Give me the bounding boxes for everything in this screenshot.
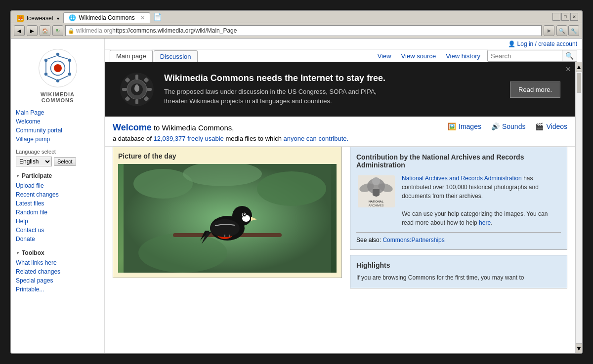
zoom-out-btn[interactable]: 🔍 (556, 25, 567, 36)
forward-button[interactable]: ▶ (27, 25, 38, 36)
file-count-link[interactable]: 12,039,377 (153, 135, 185, 142)
read-more-button[interactable]: Read more. (510, 81, 560, 98)
browser-frame: 🦊 Iceweasel ▾ 🌐 Wikimedia Commons ✕ 📄 _ … (10, 10, 583, 354)
wikimedia-logo (38, 48, 78, 88)
sidebar-what-links-here[interactable]: What links here (16, 258, 99, 267)
sidebar-village-pump[interactable]: Village pump (16, 135, 99, 144)
scroll-up-button[interactable]: ▲ (576, 62, 582, 72)
sidebar-help[interactable]: Help (16, 217, 99, 226)
toolbox-triangle: ▼ (16, 251, 20, 255)
nara-logo: NATIONAL ARCHIVES (356, 174, 396, 208)
view-source-action[interactable]: View source (398, 50, 439, 62)
active-tab[interactable]: 🌐 Wikimedia Commons ✕ (63, 12, 150, 23)
new-tab-icon[interactable]: 📄 (153, 13, 162, 21)
column-left: Picture of the day (113, 147, 350, 288)
back-button[interactable]: ◀ (14, 25, 25, 36)
close-btn[interactable]: ✕ (570, 13, 578, 21)
addon-btn[interactable]: 🔧 (568, 25, 579, 36)
minimize-btn[interactable]: _ (552, 13, 560, 21)
welcome-link[interactable]: Welcome (113, 122, 152, 132)
svg-point-42 (372, 177, 380, 185)
svg-point-2 (68, 59, 71, 62)
banner-title: Wikimedia Commons needs the Internet to … (164, 73, 385, 83)
nav-bar: ◀ ▶ 🏠 ↻ 🔒 wikimedia.org https://commons.… (11, 23, 582, 39)
images-link[interactable]: 🖼️ Images (448, 122, 481, 130)
wiki-body: Wikimedia Commons needs the Internet to … (105, 62, 575, 353)
search-input[interactable] (488, 51, 562, 61)
tab-site-icon: 🌐 (69, 14, 76, 21)
sidebar-main-page[interactable]: Main Page (16, 108, 99, 117)
sidebar: WIKIMEDIA COMMONS Main Page Welcome Comm… (11, 39, 105, 353)
svg-rect-12 (135, 75, 138, 80)
welcome-area: Welcome to Wikimedia Commons, a database… (105, 117, 575, 147)
svg-point-1 (56, 53, 59, 56)
here-link[interactable]: here (479, 219, 491, 226)
svg-point-7 (54, 64, 62, 72)
svg-point-21 (135, 84, 138, 87)
videos-link[interactable]: 🎬 Videos (535, 122, 567, 130)
view-history-action[interactable]: View history (443, 50, 483, 62)
sidebar-random-file[interactable]: Random file (16, 208, 99, 217)
banner-text: Wikimedia Commons needs the Internet to … (164, 73, 385, 105)
sidebar-latest-files[interactable]: Latest files (16, 199, 99, 208)
contribute-link[interactable]: anyone can contribute. (284, 135, 349, 142)
language-select-area: English Deutsch Français Select (16, 157, 99, 166)
language-select-button[interactable]: Select (54, 157, 76, 166)
sidebar-special-pages[interactable]: Special pages (16, 276, 99, 285)
sidebar-donate[interactable]: Donate (16, 235, 99, 243)
banner-icon (120, 72, 154, 107)
go-button[interactable]: ▶ (544, 25, 554, 36)
view-action[interactable]: View (375, 50, 394, 62)
welcome-text: Welcome to Wikimedia Commons, a database… (113, 122, 348, 142)
svg-point-34 (244, 214, 246, 215)
partnerships-link[interactable]: Commons:Partnerships (382, 237, 444, 243)
highlights-title: Highlights (356, 261, 561, 269)
sidebar-printable[interactable]: Printable... (16, 285, 99, 294)
freely-usable-link[interactable]: freely usable (187, 135, 224, 142)
reload-button[interactable]: ↻ (52, 25, 63, 36)
banner-close-button[interactable]: ✕ (565, 65, 571, 73)
sidebar-related-changes[interactable]: Related changes (16, 267, 99, 276)
sidebar-community-portal[interactable]: Community portal (16, 126, 99, 135)
sopa-banner: Wikimedia Commons needs the Internet to … (105, 62, 575, 117)
scroll-down-button[interactable]: ▼ (576, 343, 582, 353)
tab-main-page[interactable]: Main page (110, 50, 153, 62)
sounds-link[interactable]: 🔊 Sounds (491, 122, 525, 130)
videos-icon: 🎬 (535, 122, 544, 130)
nara-link[interactable]: National Archives and Records Administra… (402, 175, 522, 182)
tab-discussion[interactable]: Discussion (154, 50, 198, 62)
media-links: 🖼️ Images 🔊 Sounds 🎬 Videos (448, 122, 567, 130)
picture-of-the-day-box: Picture of the day (113, 147, 342, 278)
potd-title: Picture of the day (118, 152, 337, 160)
language-dropdown[interactable]: English Deutsch Français (16, 157, 52, 166)
participate-header: ▼ Participate (16, 172, 99, 179)
page-actions: View View source View history 🔍 (375, 50, 577, 62)
browser-content: WIKIMEDIA COMMONS Main Page Welcome Comm… (11, 39, 582, 353)
sidebar-upload-file[interactable]: Upload file (16, 181, 99, 190)
contribution-text: National Archives and Records Administra… (402, 174, 561, 227)
address-domain: wikimedia.org (76, 27, 112, 34)
sidebar-recent-changes[interactable]: Recent changes (16, 190, 99, 199)
sidebar-contact-us[interactable]: Contact us (16, 226, 99, 235)
svg-point-26 (138, 233, 227, 273)
maximize-btn[interactable]: □ (561, 13, 569, 21)
two-column-area: Picture of the day (105, 147, 575, 296)
language-select-label: Language select (16, 149, 99, 155)
nara-logo-svg: NATIONAL ARCHIVES (358, 175, 395, 207)
sidebar-welcome[interactable]: Welcome (16, 117, 99, 126)
contribution-title: Contribution by the National Archives an… (356, 153, 561, 169)
tab-bar: 🦊 Iceweasel ▾ 🌐 Wikimedia Commons ✕ 📄 _ … (11, 11, 582, 23)
svg-point-6 (44, 59, 47, 62)
login-link[interactable]: Log in / create account (517, 40, 577, 47)
home-button[interactable]: 🏠 (40, 25, 50, 36)
svg-rect-13 (135, 99, 138, 104)
toolbox-header: ▼ Toolbox (16, 249, 99, 256)
address-url[interactable]: https://commons.wikimedia.org/wiki/Main_… (112, 27, 237, 34)
scrollbar[interactable]: ▲ ▼ (575, 62, 582, 353)
column-right: Contribution by the National Archives an… (350, 147, 567, 288)
contribution-footer: See also: Commons:Partnerships (356, 232, 561, 243)
bird-svg (118, 164, 337, 273)
search-button[interactable]: 🔍 (562, 50, 577, 61)
highlights-box: Highlights If you are browsing Commons f… (350, 255, 567, 288)
scroll-thumb[interactable] (577, 73, 581, 93)
